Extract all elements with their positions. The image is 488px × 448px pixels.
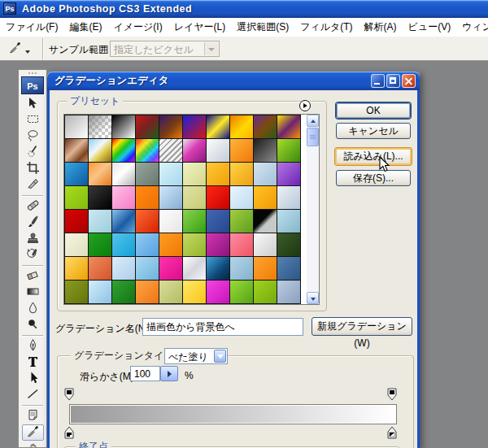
dropdown-arrow-button[interactable]: [204, 42, 218, 55]
gradient-preset-swatch-7[interactable]: [230, 115, 253, 138]
gradient-preset-swatch-33[interactable]: [136, 186, 159, 209]
gradient-preset-swatch-60[interactable]: [65, 257, 88, 280]
menu-item-3[interactable]: レイヤー(L): [168, 19, 232, 36]
gradient-preset-swatch-2[interactable]: [112, 115, 135, 138]
dodge-tool[interactable]: [20, 317, 45, 333]
gradient-name-input[interactable]: [142, 318, 303, 336]
gradient-preset-swatch-71[interactable]: [89, 281, 111, 303]
gradient-preset-swatch-19[interactable]: [277, 139, 300, 162]
cancel-button[interactable]: キャンセル: [336, 123, 411, 139]
gradient-preset-swatch-4[interactable]: [159, 115, 182, 138]
smoothness-input[interactable]: [130, 366, 160, 381]
lasso-tool[interactable]: [20, 128, 45, 145]
save-button[interactable]: 保存(S)...: [336, 170, 411, 186]
maximize-button[interactable]: [386, 74, 400, 88]
gradient-preset-swatch-49[interactable]: [277, 210, 300, 233]
gradient-preset-swatch-31[interactable]: [89, 186, 111, 209]
gradient-preset-swatch-15[interactable]: [183, 139, 206, 162]
menu-item-6[interactable]: 解析(A): [359, 19, 403, 36]
gradient-preset-swatch-62[interactable]: [112, 257, 135, 280]
gradient-preset-swatch-69[interactable]: [277, 257, 300, 280]
gradient-preset-swatch-27[interactable]: [230, 163, 253, 185]
gradient-preset-swatch-66[interactable]: [207, 257, 229, 280]
gradient-preset-swatch-57[interactable]: [230, 233, 253, 256]
gradient-preset-swatch-14[interactable]: [159, 139, 182, 162]
gradient-preset-swatch-23[interactable]: [136, 163, 159, 185]
gradient-preset-swatch-1[interactable]: [89, 115, 111, 138]
gradient-preset-swatch-55[interactable]: [183, 233, 206, 256]
gradient-preset-swatch-43[interactable]: [136, 210, 159, 233]
gradient-preset-swatch-26[interactable]: [207, 163, 229, 185]
gradient-preset-swatch-6[interactable]: [207, 115, 229, 138]
gradient-preset-swatch-59[interactable]: [277, 233, 300, 256]
gradient-preset-swatch-63[interactable]: [136, 257, 159, 280]
gradient-preset-swatch-45[interactable]: [183, 210, 206, 233]
eyedropper-tool[interactable]: [22, 424, 44, 441]
gradient-preset-swatch-40[interactable]: [65, 210, 88, 233]
crop-tool[interactable]: [20, 161, 45, 177]
close-button[interactable]: [402, 74, 416, 88]
smoothness-spinner-button[interactable]: [160, 366, 178, 381]
gradient-preset-swatch-11[interactable]: [89, 139, 111, 162]
clone-stamp-tool[interactable]: [20, 231, 45, 247]
gradient-preset-swatch-77[interactable]: [230, 281, 253, 303]
quick-selection-tool[interactable]: [20, 145, 45, 161]
gradient-preset-swatch-16[interactable]: [207, 139, 229, 162]
gradient-preset-swatch-52[interactable]: [112, 233, 135, 256]
gradient-preset-swatch-56[interactable]: [207, 233, 229, 256]
minimize-button[interactable]: [371, 74, 385, 88]
gradient-preset-swatch-29[interactable]: [277, 163, 300, 185]
gradient-preset-swatch-48[interactable]: [254, 210, 277, 233]
gradient-preset-swatch-21[interactable]: [89, 163, 111, 185]
scroll-down-button[interactable]: [307, 292, 319, 304]
gradient-preset-swatch-51[interactable]: [89, 233, 111, 256]
gradient-preset-swatch-38[interactable]: [254, 186, 277, 209]
gradient-preset-swatch-0[interactable]: [65, 115, 88, 138]
current-tool-button[interactable]: [8, 40, 36, 58]
line-tool[interactable]: [20, 387, 45, 403]
gradient-preset-swatch-12[interactable]: [112, 139, 135, 162]
gradient-preset-swatch-54[interactable]: [159, 233, 182, 256]
gradient-preset-swatch-41[interactable]: [89, 210, 111, 233]
gradient-preset-swatch-50[interactable]: [65, 233, 88, 256]
gradient-preset-swatch-39[interactable]: [277, 186, 300, 209]
gradient-tool[interactable]: [20, 285, 45, 301]
gradient-preset-swatch-73[interactable]: [136, 281, 159, 303]
gradient-preset-swatch-22[interactable]: [112, 163, 135, 185]
opacity-stop-right[interactable]: [387, 388, 397, 401]
pen-tool[interactable]: [20, 338, 45, 354]
gradient-preset-swatch-17[interactable]: [230, 139, 253, 162]
gradient-preset-swatch-76[interactable]: [207, 281, 229, 303]
gradient-preset-swatch-9[interactable]: [277, 115, 300, 138]
gradient-preset-swatch-64[interactable]: [159, 257, 182, 280]
load-button[interactable]: 読み込み(L)...: [334, 147, 412, 166]
gradient-preset-swatch-20[interactable]: [65, 163, 88, 185]
gradient-preset-swatch-32[interactable]: [112, 186, 135, 209]
gradient-preset-swatch-68[interactable]: [254, 257, 277, 280]
gradient-type-select[interactable]: べた塗り: [164, 348, 228, 364]
menu-item-4[interactable]: 選択範囲(S): [231, 19, 294, 36]
gradient-preset-swatch-24[interactable]: [159, 163, 182, 185]
move-tool[interactable]: [20, 96, 45, 112]
menu-item-1[interactable]: 編集(E): [63, 19, 107, 36]
gradient-preset-swatch-30[interactable]: [65, 186, 88, 209]
combo-arrow-button[interactable]: [214, 350, 226, 363]
gradient-preview-bar[interactable]: [69, 404, 397, 424]
dialog-titlebar[interactable]: グラデーションエディタ: [47, 72, 420, 90]
menu-item-0[interactable]: ファイル(F): [0, 19, 63, 36]
blur-tool[interactable]: [20, 301, 45, 317]
gradient-preset-swatch-46[interactable]: [207, 210, 229, 233]
gradient-preset-swatch-8[interactable]: [254, 115, 277, 138]
gradient-preset-swatch-61[interactable]: [89, 257, 111, 280]
ok-button[interactable]: OK: [336, 102, 411, 119]
presets-flyout-menu-button[interactable]: [299, 100, 311, 111]
scroll-up-button[interactable]: [307, 115, 319, 127]
hand-tool[interactable]: [20, 441, 45, 448]
menu-item-8[interactable]: ウィンドウ(W): [456, 19, 488, 36]
menu-item-7[interactable]: ビュー(V): [403, 19, 457, 36]
gradient-preset-swatch-28[interactable]: [254, 163, 277, 185]
gradient-preset-swatch-72[interactable]: [112, 281, 135, 303]
sample-size-select[interactable]: 指定したピクセル: [110, 41, 220, 57]
gradient-preset-swatch-18[interactable]: [254, 139, 277, 162]
gradient-preset-swatch-37[interactable]: [230, 186, 253, 209]
